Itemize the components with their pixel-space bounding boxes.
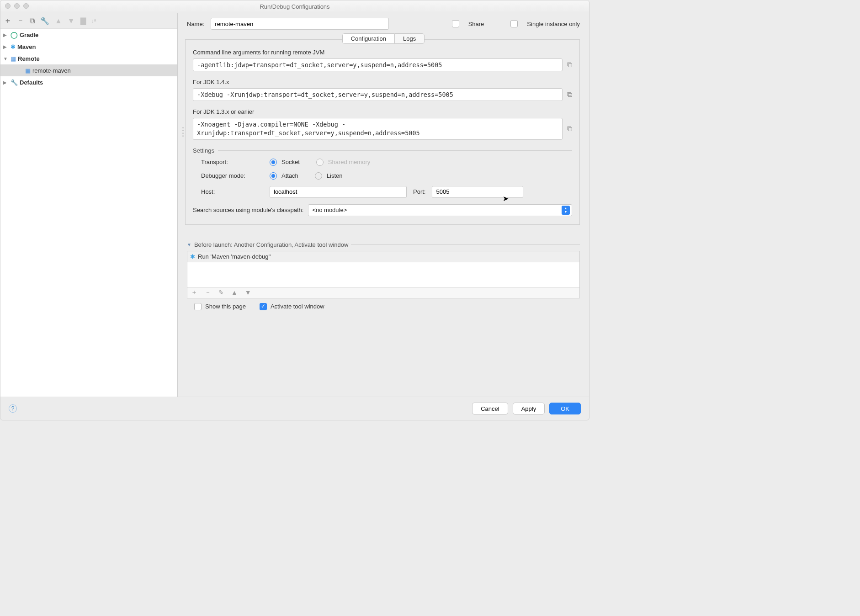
before-launch-list[interactable]: ✱ Run 'Maven 'maven-debug'' <box>187 251 580 287</box>
debugger-attach-radio[interactable] <box>270 172 277 180</box>
tab-logs[interactable]: Logs <box>394 33 425 44</box>
config-tree[interactable]: ▶ ◯ Gradle ▶ ✱ Maven ▼ ▦ Remote ▦ r <box>0 29 177 397</box>
tree-node-maven[interactable]: ▶ ✱ Maven <box>0 41 177 53</box>
jdk14-field[interactable]: -Xdebug -Xrunjdwp:transport=dt_socket,se… <box>193 88 563 101</box>
show-this-page-label: Show this page <box>205 303 246 310</box>
jdk13-field[interactable]: -Xnoagent -Djava.compiler=NONE -Xdebug -… <box>193 118 563 140</box>
chevron-updown-icon: ▴▾ <box>562 206 570 215</box>
activate-tool-window-checkbox[interactable] <box>260 303 267 310</box>
before-launch-toolbar: ＋ － ✎ ▲ ▼ <box>187 287 580 298</box>
chevron-down-icon: ▼ <box>187 242 191 247</box>
gradle-icon: ◯ <box>11 31 18 38</box>
close-window-icon[interactable] <box>5 3 11 9</box>
copy-icon[interactable]: ⧉ <box>567 61 572 69</box>
debugger-listen-label: Listen <box>327 172 343 179</box>
module-classpath-value: <no module> <box>312 207 347 213</box>
folder-button[interactable]: ▇ <box>80 16 86 25</box>
edit-defaults-button[interactable]: 🔧 <box>40 16 49 25</box>
tree-label: remote-maven <box>32 67 71 74</box>
settings-section-label: Settings <box>193 147 214 154</box>
dialog-footer: ? Cancel Apply OK <box>0 397 589 420</box>
zoom-window-icon[interactable] <box>23 3 29 9</box>
window-traffic-lights <box>5 3 29 9</box>
jdk13-label: For JDK 1.3.x or earlier <box>193 108 572 115</box>
port-input[interactable] <box>432 186 523 198</box>
cmd-args-label: Command line arguments for running remot… <box>193 49 572 56</box>
share-label: Share <box>468 21 484 27</box>
copy-icon[interactable]: ⧉ <box>567 90 572 99</box>
window-title: Run/Debug Configurations <box>260 3 329 10</box>
transport-shared-radio <box>316 159 324 166</box>
move-up-button[interactable]: ▲ <box>55 17 62 25</box>
module-classpath-select[interactable]: <no module> ▴▾ <box>308 204 572 216</box>
debugger-listen-radio[interactable] <box>315 172 322 180</box>
configurations-sidebar: ＋ － ⧉ 🔧 ▲ ▼ ▇ ↓ª ▶ ◯ Gradle ▶ ✱ Maven <box>0 13 178 397</box>
before-launch-label: Before launch: Another Configuration, Ac… <box>194 241 349 248</box>
minimize-window-icon[interactable] <box>14 3 20 9</box>
titlebar: Run/Debug Configurations <box>0 0 589 13</box>
copy-config-button[interactable]: ⧉ <box>30 17 35 25</box>
debugger-mode-label: Debugger mode: <box>201 172 270 179</box>
tree-node-remote-maven[interactable]: ▦ remote-maven <box>0 64 177 76</box>
tree-node-defaults[interactable]: ▶ 🔧 Defaults <box>0 76 177 88</box>
debugger-attach-label: Attach <box>281 172 298 179</box>
remove-config-button[interactable]: － <box>17 16 24 26</box>
transport-socket-label: Socket <box>281 159 300 165</box>
add-config-button[interactable]: ＋ <box>4 16 11 26</box>
help-button[interactable]: ? <box>9 404 17 413</box>
tree-node-remote[interactable]: ▼ ▦ Remote <box>0 53 177 64</box>
ok-button[interactable]: OK <box>549 403 581 414</box>
wrench-icon: 🔧 <box>11 79 18 86</box>
name-label: Name: <box>187 21 204 27</box>
apply-button[interactable]: Apply <box>513 403 545 414</box>
config-editor: Name: Share Single instance only Configu… <box>178 13 589 397</box>
tree-label: Maven <box>17 43 36 50</box>
module-classpath-label: Search sources using module's classpath: <box>193 207 303 213</box>
host-input[interactable] <box>270 186 407 198</box>
chevron-right-icon: ▶ <box>3 80 9 85</box>
activate-tool-window-label: Activate tool window <box>271 303 324 310</box>
cursor-icon: ➤ <box>503 194 509 203</box>
host-label: Host: <box>201 188 270 195</box>
port-label: Port: <box>413 188 425 195</box>
tree-label: Gradle <box>20 32 38 38</box>
jdk14-label: For JDK 1.4.x <box>193 79 572 85</box>
cmd-args-field[interactable]: -agentlib:jdwp=transport=dt_socket,serve… <box>193 58 563 71</box>
single-instance-label: Single instance only <box>527 21 580 27</box>
sidebar-toolbar: ＋ － ⧉ 🔧 ▲ ▼ ▇ ↓ª <box>0 13 177 29</box>
single-instance-checkbox[interactable] <box>510 20 518 27</box>
gear-icon: ✱ <box>11 43 16 50</box>
edit-task-button[interactable]: ✎ <box>218 289 224 296</box>
list-item[interactable]: ✱ Run 'Maven 'maven-debug'' <box>187 251 579 262</box>
tree-label: Remote <box>18 55 40 62</box>
remote-icon: ▦ <box>11 55 16 62</box>
transport-shared-label: Shared memory <box>328 159 370 165</box>
move-task-up-button[interactable]: ▲ <box>231 289 238 296</box>
transport-label: Transport: <box>201 159 270 165</box>
before-launch-toggle[interactable]: ▼ Before launch: Another Configuration, … <box>187 241 580 248</box>
remote-icon: ▦ <box>25 67 31 74</box>
share-checkbox[interactable] <box>452 20 459 27</box>
dialog-window: Run/Debug Configurations ＋ － ⧉ 🔧 ▲ ▼ ▇ ↓… <box>0 0 589 420</box>
move-task-down-button[interactable]: ▼ <box>245 289 251 296</box>
chevron-right-icon: ▶ <box>3 44 9 49</box>
remove-task-button[interactable]: － <box>205 288 211 297</box>
gear-icon: ✱ <box>190 253 195 260</box>
copy-icon[interactable]: ⧉ <box>567 125 572 133</box>
tree-node-gradle[interactable]: ▶ ◯ Gradle <box>0 29 177 41</box>
chevron-down-icon: ▼ <box>3 56 9 61</box>
show-this-page-checkbox[interactable] <box>194 303 202 310</box>
transport-socket-radio[interactable] <box>270 159 277 166</box>
sort-button[interactable]: ↓ª <box>91 18 96 24</box>
tab-configuration[interactable]: Configuration <box>342 33 394 44</box>
move-down-button[interactable]: ▼ <box>68 17 75 25</box>
add-task-button[interactable]: ＋ <box>191 288 197 297</box>
config-tabs: Configuration Logs <box>342 33 425 44</box>
cancel-button[interactable]: Cancel <box>472 403 508 414</box>
name-input[interactable] <box>211 18 389 30</box>
before-launch-item-label: Run 'Maven 'maven-debug'' <box>198 253 271 260</box>
tree-label: Defaults <box>20 79 43 86</box>
chevron-right-icon: ▶ <box>3 32 9 37</box>
